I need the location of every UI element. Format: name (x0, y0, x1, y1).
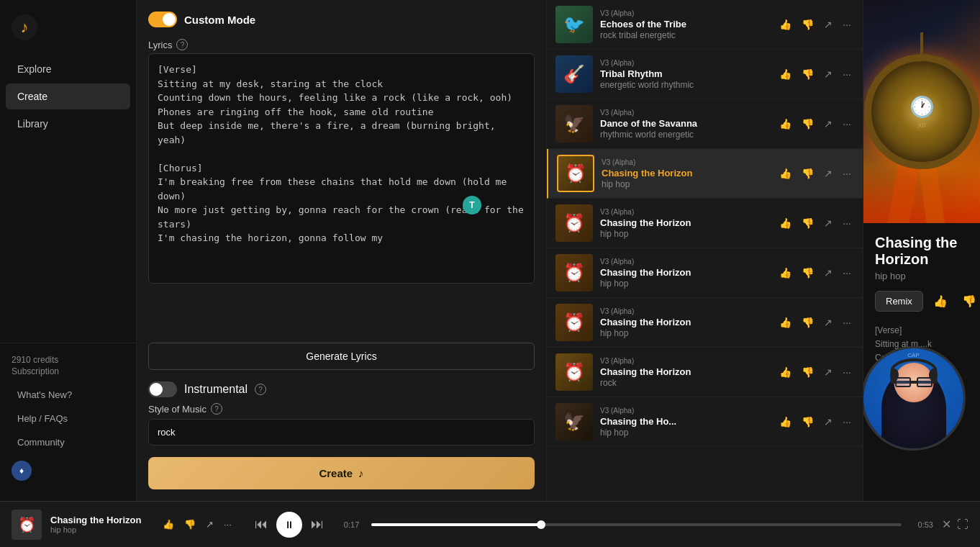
share-button-7[interactable]: ↗ (821, 314, 835, 331)
player-more-button[interactable]: ··· (221, 516, 235, 533)
like-button-7[interactable]: 👍 (776, 314, 794, 331)
dislike-button-6[interactable]: 👎 (799, 264, 817, 281)
like-button-2[interactable]: 👍 (776, 65, 794, 83)
song-item-1[interactable]: 🐦 V3 (Alpha) Echoes of the Tribe rock tr… (547, 0, 863, 50)
now-playing-like-button[interactable]: 👍 (929, 290, 952, 312)
dislike-button-5[interactable]: 👎 (799, 214, 817, 232)
now-playing-genre: hip hop (875, 271, 968, 281)
sidebar-item-label: Create (17, 91, 47, 102)
song-title-1: Echoes of the Tribe (600, 19, 769, 30)
song-item-4[interactable]: ⏰ V3 (Alpha) Chasing the Horizon hip hop… (547, 149, 863, 199)
song-item-5[interactable]: ⏰ V3 (Alpha) Chasing the Horizon hip hop… (547, 199, 863, 248)
song-item-7[interactable]: ⏰ V3 (Alpha) Chasing the Horizon hip hop… (547, 298, 863, 348)
lyrics-area-container: [Verse] Sitting at my desk, staring at t… (148, 53, 535, 337)
sidebar-item-help-faqs[interactable]: Help / FAQs (6, 407, 130, 430)
like-button-1[interactable]: 👍 (776, 16, 794, 33)
player-play-pause-button[interactable]: ⏸ (276, 512, 302, 538)
instrumental-help-icon[interactable]: ? (255, 384, 266, 395)
create-button[interactable]: Create ♪ (148, 457, 535, 489)
app-logo-icon[interactable]: ♪ (12, 14, 37, 40)
player-next-button[interactable]: ⏭ (308, 514, 327, 535)
like-button-4[interactable]: 👍 (776, 165, 794, 182)
lyrics-textarea[interactable]: [Verse] Sitting at my desk, staring at t… (148, 53, 535, 284)
song-info-4: V3 (Alpha) Chasing the Horizon hip hop (602, 158, 769, 189)
dislike-button-1[interactable]: 👎 (799, 16, 817, 33)
sidebar-item-explore[interactable]: Explore (6, 56, 130, 82)
more-button-5[interactable]: ··· (840, 214, 854, 232)
player-progress-bar[interactable] (371, 523, 902, 526)
song-genre-9: hip hop (600, 428, 769, 438)
instrumental-row: Instrumental ? (137, 376, 546, 403)
more-button-4[interactable]: ··· (840, 165, 854, 182)
song-item-8[interactable]: ⏰ V3 (Alpha) Chasing the Horizon rock 👍 … (547, 348, 863, 397)
share-button-4[interactable]: ↗ (821, 165, 835, 182)
user-profile-row[interactable]: ♦ (0, 455, 136, 487)
share-button-5[interactable]: ↗ (821, 214, 835, 232)
like-button-3[interactable]: 👍 (776, 115, 794, 132)
song-item-2[interactable]: 🎸 V3 (Alpha) Tribal Rhythm energetic wor… (547, 50, 863, 99)
like-button-8[interactable]: 👍 (776, 363, 794, 381)
lyrics-help-icon[interactable]: ? (176, 39, 188, 50)
remix-button[interactable]: Remix (875, 291, 923, 312)
player-prev-button[interactable]: ⏮ (252, 514, 271, 535)
song-thumb-4: ⏰ (557, 155, 594, 192)
player-fullscreen-button[interactable]: ⛶ (957, 518, 968, 531)
more-button-7[interactable]: ··· (840, 314, 854, 331)
song-version-1: V3 (Alpha) (600, 9, 769, 17)
song-item-9[interactable]: 🦅 V3 (Alpha) Chasing the Ho... hip hop 👍… (547, 397, 863, 447)
song-thumb-3: 🦅 (555, 105, 593, 143)
like-button-5[interactable]: 👍 (776, 214, 794, 232)
dislike-button-3[interactable]: 👎 (799, 115, 817, 132)
player-progress-fill (371, 523, 541, 526)
more-button-2[interactable]: ··· (840, 65, 854, 83)
dislike-button-4[interactable]: 👎 (799, 165, 817, 182)
player-share-button[interactable]: ↗ (203, 516, 217, 533)
style-help-icon[interactable]: ? (211, 403, 222, 415)
dislike-button-8[interactable]: 👎 (799, 363, 817, 381)
share-button-2[interactable]: ↗ (821, 65, 835, 83)
player-dislike-button[interactable]: 👎 (181, 516, 199, 533)
style-input[interactable] (148, 419, 535, 446)
custom-mode-toggle[interactable] (148, 12, 177, 27)
share-button-9[interactable]: ↗ (821, 413, 835, 430)
sidebar-item-create[interactable]: Create (6, 83, 130, 109)
share-button-8[interactable]: ↗ (821, 363, 835, 381)
song-actions-6: 👍 👎 ↗ ··· (776, 264, 854, 281)
like-button-6[interactable]: 👍 (776, 264, 794, 281)
sidebar-nav: Explore Create Library (0, 55, 136, 343)
sidebar-item-label: Explore (17, 63, 51, 75)
dislike-button-7[interactable]: 👎 (799, 314, 817, 331)
song-title-7: Chasing the Horizon (600, 317, 769, 327)
song-title-3: Dance of the Savanna (600, 118, 769, 129)
song-version-9: V3 (Alpha) (600, 407, 769, 415)
more-button-1[interactable]: ··· (840, 16, 854, 33)
more-button-8[interactable]: ··· (840, 363, 854, 381)
song-version-5: V3 (Alpha) (600, 208, 769, 216)
more-button-3[interactable]: ··· (840, 115, 854, 132)
dislike-button-2[interactable]: 👎 (799, 65, 817, 83)
now-playing-dislike-button[interactable]: 👎 (958, 290, 980, 312)
dislike-button-9[interactable]: 👎 (799, 413, 817, 430)
sidebar-item-whats-new[interactable]: What's New? (6, 384, 130, 406)
more-button-9[interactable]: ··· (840, 413, 854, 430)
custom-mode-label: Custom Mode (184, 14, 255, 26)
player-progress-thumb[interactable] (537, 520, 545, 529)
player-like-button[interactable]: 👍 (160, 516, 177, 533)
song-item-6[interactable]: ⏰ V3 (Alpha) Chasing the Horizon hip hop… (547, 248, 863, 298)
user-avatar[interactable]: ♦ (12, 461, 32, 481)
share-button-6[interactable]: ↗ (821, 264, 835, 281)
player-track-info: Chasing the Horizon hip hop (50, 515, 151, 534)
share-button-3[interactable]: ↗ (821, 115, 835, 132)
generate-lyrics-button[interactable]: Generate Lyrics (148, 343, 535, 370)
sidebar-item-library[interactable]: Library (6, 111, 130, 137)
instrumental-toggle[interactable] (148, 381, 177, 397)
sidebar-item-community[interactable]: Community (6, 431, 130, 453)
player-track-genre: hip hop (50, 525, 151, 534)
player-current-time: 0:17 (344, 520, 366, 529)
like-button-9[interactable]: 👍 (776, 413, 794, 430)
player-shuffle-button[interactable]: ✕ (942, 517, 951, 531)
share-button-1[interactable]: ↗ (821, 16, 835, 33)
more-button-6[interactable]: ··· (840, 264, 854, 281)
song-item-3[interactable]: 🦅 V3 (Alpha) Dance of the Savanna rhythm… (547, 99, 863, 149)
user-video-overlay: CAP (863, 346, 966, 451)
